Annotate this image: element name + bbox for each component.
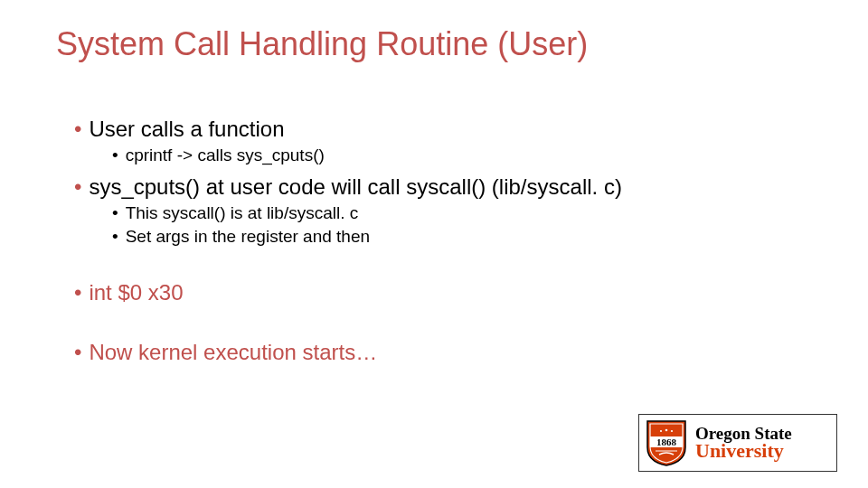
bullet-icon: •	[74, 174, 81, 201]
logo-box: 1868 Oregon State University	[638, 414, 837, 472]
logo-text: Oregon State University	[693, 415, 836, 471]
svg-point-4	[671, 430, 673, 432]
svg-point-2	[665, 429, 668, 432]
bullet-l1: • int $0 x30	[74, 279, 814, 306]
bullet-icon: •	[112, 202, 118, 224]
bullet-l2: • Set args in the register and then	[112, 226, 814, 248]
bullet-l2: • cprintf -> calls sys_cputs()	[112, 145, 814, 166]
bullet-text: Set args in the register and then	[126, 226, 370, 248]
bullet-text: int $0 x30	[89, 279, 183, 306]
shield-icon: 1868	[645, 418, 688, 467]
bullet-icon: •	[74, 339, 81, 366]
bullet-text: This syscall() is at lib/syscall. c	[126, 202, 359, 224]
logo-line2: University	[695, 441, 829, 461]
bullet-icon: •	[112, 145, 118, 166]
bullet-l2: • This syscall() is at lib/syscall. c	[112, 202, 814, 224]
bullet-l1: • User calls a function	[74, 116, 814, 143]
bullet-text: sys_cputs() at user code will call sysca…	[89, 174, 621, 201]
bullet-text: cprintf -> calls sys_cputs()	[126, 145, 325, 166]
slide: System Call Handling Routine (User) • Us…	[0, 0, 868, 488]
osu-logo: 1868 Oregon State University	[638, 414, 837, 472]
svg-text:1868: 1868	[656, 436, 677, 447]
svg-point-3	[660, 430, 662, 432]
bullet-text: User calls a function	[89, 116, 284, 143]
slide-title: System Call Handling Routine (User)	[56, 25, 588, 63]
slide-body: • User calls a function • cprintf -> cal…	[74, 116, 814, 366]
bullet-icon: •	[112, 226, 118, 248]
bullet-l1: • sys_cputs() at user code will call sys…	[74, 174, 814, 201]
bullet-icon: •	[74, 279, 81, 306]
bullet-icon: •	[74, 116, 81, 143]
bullet-text: Now kernel execution starts…	[89, 339, 377, 366]
bullet-l1: • Now kernel execution starts…	[74, 339, 814, 366]
